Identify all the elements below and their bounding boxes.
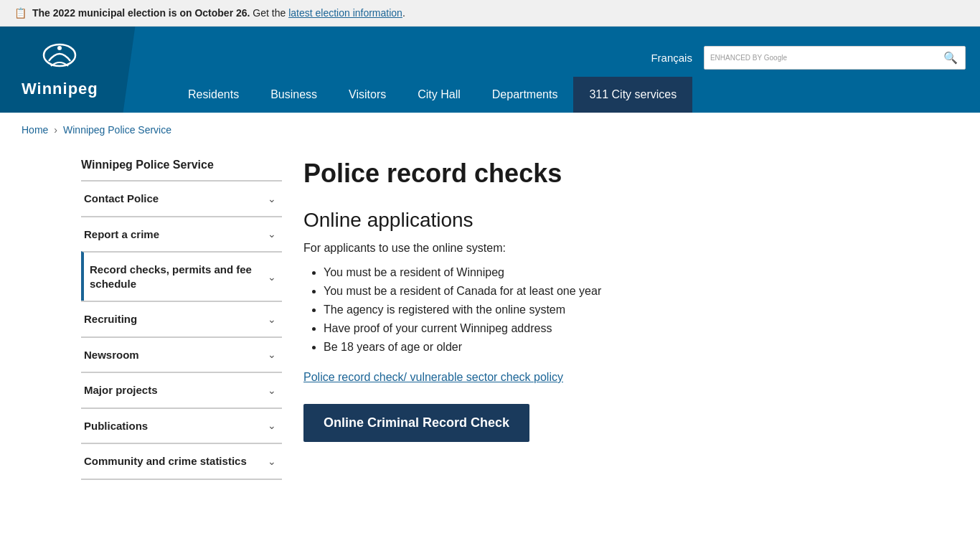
main-content: Winnipeg Police Service Contact Police ⌄… (60, 147, 920, 509)
breadcrumb-current[interactable]: Winnipeg Police Service (63, 124, 171, 136)
breadcrumb-home[interactable]: Home (22, 124, 48, 136)
breadcrumb: Home › Winnipeg Police Service (0, 113, 980, 147)
chevron-down-icon: ⌄ (268, 349, 276, 360)
svg-point-1 (57, 46, 62, 50)
chevron-down-icon: ⌄ (268, 420, 276, 431)
sidebar-item-community-crime[interactable]: Community and crime statistics ⌄ (81, 443, 282, 480)
logo-container[interactable]: Winnipeg (22, 41, 98, 98)
nav-visitors[interactable]: Visitors (333, 77, 402, 113)
alert-text: The 2022 municipal election is on Octobe… (32, 7, 405, 19)
online-criminal-record-check-button[interactable]: Online Criminal Record Check (303, 404, 529, 442)
list-item: You must be a resident of Winnipeg (324, 266, 899, 279)
nav-residents[interactable]: Residents (172, 77, 255, 113)
list-item: Be 18 years of age or older (324, 341, 899, 354)
search-input[interactable] (793, 48, 936, 68)
list-item: The agency is registered with the online… (324, 303, 899, 316)
nav-business[interactable]: Business (255, 77, 333, 113)
chevron-down-icon: ⌄ (268, 271, 276, 283)
nav-311[interactable]: 311 City services (573, 77, 692, 113)
chevron-down-icon: ⌄ (268, 193, 276, 204)
chevron-down-icon: ⌄ (268, 456, 276, 467)
list-item: You must be a resident of Canada for at … (324, 285, 899, 298)
logo-area: Winnipeg (0, 27, 172, 113)
requirements-list: You must be a resident of Winnipeg You m… (303, 266, 899, 354)
search-form: ENHANCED BY Google 🔍 (704, 46, 966, 70)
chevron-down-icon: ⌄ (268, 228, 276, 240)
main-nav: Residents Business Visitors City Hall De… (172, 77, 980, 113)
announcement-icon: 📋 (14, 7, 27, 19)
sidebar-item-record-checks[interactable]: Record checks, permits and fee schedule … (81, 251, 282, 301)
alert-banner: 📋 The 2022 municipal election is on Octo… (0, 0, 980, 27)
list-item: Have proof of your current Winnipeg addr… (324, 322, 899, 335)
page-content: Police record checks Online applications… (303, 147, 899, 480)
election-info-link[interactable]: latest election information (288, 7, 402, 19)
sidebar-item-major-projects[interactable]: Major projects ⌄ (81, 372, 282, 408)
intro-text: For applicants to use the online system: (303, 242, 899, 255)
policy-link[interactable]: Police record check/ vulnerable sector c… (303, 371, 899, 384)
sidebar-title: Winnipeg Police Service (81, 147, 282, 180)
nav-cityhall[interactable]: City Hall (402, 77, 476, 113)
winnipeg-logo-icon (38, 41, 81, 77)
sidebar-item-contact-police[interactable]: Contact Police ⌄ (81, 180, 282, 216)
search-button[interactable]: 🔍 (936, 47, 965, 69)
site-header: Winnipeg Français ENHANCED BY Google 🔍 R… (0, 27, 980, 113)
header-top-bar: Français ENHANCED BY Google 🔍 (172, 39, 980, 77)
sidebar-item-newsroom[interactable]: Newsroom ⌄ (81, 336, 282, 372)
header-nav-area: Français ENHANCED BY Google 🔍 Residents … (172, 27, 980, 113)
section-title: Online applications (303, 209, 899, 232)
francais-link[interactable]: Français (651, 52, 692, 64)
sidebar-item-publications[interactable]: Publications ⌄ (81, 408, 282, 443)
page-title: Police record checks (303, 159, 899, 189)
sidebar-item-report-crime[interactable]: Report a crime ⌄ (81, 216, 282, 252)
logo-text: Winnipeg (22, 80, 98, 98)
nav-departments[interactable]: Departments (476, 77, 574, 113)
breadcrumb-separator: › (54, 124, 57, 136)
chevron-down-icon: ⌄ (268, 314, 276, 325)
sidebar: Winnipeg Police Service Contact Police ⌄… (81, 147, 282, 480)
search-enhanced-label: ENHANCED BY Google (705, 51, 793, 65)
chevron-down-icon: ⌄ (268, 385, 276, 396)
sidebar-item-recruiting[interactable]: Recruiting ⌄ (81, 301, 282, 336)
